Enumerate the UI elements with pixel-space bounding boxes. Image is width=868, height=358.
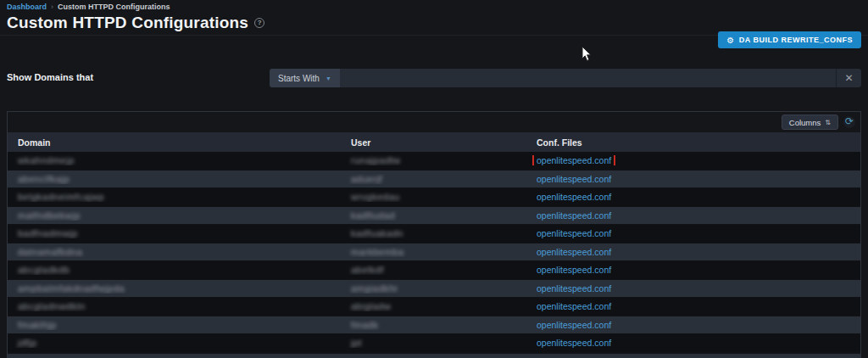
conf-file-link[interactable]: openlitespeed.conf: [537, 174, 611, 184]
user-cell: abigladw: [341, 301, 526, 311]
user-cell-text: aduerjf: [351, 174, 382, 184]
table-panel: Columns ⇅ ⟳ Domain User Conf. Files wkah…: [7, 111, 861, 358]
domain-cell: abcgladkdb: [8, 265, 341, 275]
conf-file-link[interactable]: openlitespeed.conf: [537, 155, 611, 165]
table-toolbar: Columns ⇅ ⟳: [8, 112, 860, 132]
chevron-down-icon: ▼: [326, 76, 331, 81]
page-title: Custom HTTPD Configurations: [7, 14, 248, 32]
conf-files-cell: openlitespeed.conf: [526, 210, 860, 221]
table-body: wkahndmejp runajpadtw openlitespeed.conf…: [8, 152, 860, 353]
conf-file-link[interactable]: openlitespeed.conf: [537, 283, 611, 294]
conf-files-cell: openlitespeed.conf: [526, 192, 860, 202]
table-row: matfndbekwjp kadfiudad openlitespeed.con…: [8, 207, 860, 226]
conf-files-cell: openlitespeed.conf: [526, 265, 860, 275]
user-cell: kadfuakadn: [341, 228, 526, 238]
domain-cell: belgkadneimfcajwp: [8, 192, 341, 202]
conf-file-link[interactable]: openlitespeed.conf: [537, 338, 611, 348]
domain-cell: ampbalmfakdnadfwjpda: [8, 283, 341, 294]
user-cell-text: kadfiudad: [351, 210, 395, 221]
column-header-domain[interactable]: Domain: [8, 137, 341, 148]
domain-cell-text: abcgladkdb: [18, 265, 70, 275]
column-header-conf-files[interactable]: Conf. Files: [526, 137, 860, 148]
user-cell: fmadk: [341, 320, 526, 330]
conf-file-link[interactable]: openlitespeed.conf: [537, 301, 611, 311]
domain-cell: fmakthjp: [8, 320, 341, 330]
user-cell-text: wrvgkedau: [351, 192, 400, 202]
table-row-partial: [8, 353, 860, 358]
chevron-updown-icon: ⇅: [825, 119, 831, 126]
conf-files-cell: openlitespeed.conf: [526, 174, 860, 184]
domain-cell: jdfjp: [8, 338, 341, 348]
match-type-dropdown[interactable]: Starts With ▼: [270, 69, 340, 87]
table-row: jdfjp jpt openlitespeed.conf: [8, 334, 860, 353]
match-type-value: Starts With: [278, 74, 320, 83]
conf-files-cell: openlitespeed.conf: [526, 301, 860, 311]
columns-button[interactable]: Columns ⇅: [782, 115, 838, 130]
column-header-user[interactable]: User: [341, 137, 526, 148]
conf-files-cell: openlitespeed.conf: [526, 338, 860, 348]
da-build-rewrite-confs-button[interactable]: ⚙ DA BUILD REWRITE_CONFS: [718, 31, 861, 48]
user-cell: runajpadtw: [341, 155, 526, 165]
domain-cell-text: ampbalmfakdnadfwjpda: [18, 283, 125, 294]
user-cell: kadfiudad: [341, 210, 526, 221]
clear-filter-button[interactable]: ✕: [836, 69, 861, 87]
table-row: abcgladkdb abelkdf openlitespeed.conf: [8, 261, 860, 280]
domain-cell-text: jdfjp: [18, 338, 37, 348]
user-cell-text: kadfuakadn: [351, 228, 403, 238]
filter-group: Starts With ▼ ✕: [270, 69, 861, 87]
table-row: ampbalmfakdnadfwjpda amgiadkfe openlites…: [8, 280, 860, 299]
conf-file-link[interactable]: openlitespeed.conf: [537, 265, 611, 275]
close-icon: ✕: [844, 72, 853, 84]
conf-files-cell: openlitespeed.conf: [526, 320, 860, 330]
title-row: Custom HTTPD Configurations ?: [7, 14, 264, 32]
domain-cell: abcgladnwdktn: [8, 301, 341, 311]
table-row: badfnadmwjp kadfuakadn openlitespeed.con…: [8, 225, 860, 243]
table-row: abenclfkajp aduerjf openlitespeed.conf: [8, 171, 860, 189]
conf-files-cell: openlitespeed.conf: [526, 247, 860, 257]
domain-cell: badfnadmwjp: [8, 228, 341, 238]
user-cell-text: amgiadkfe: [351, 283, 398, 294]
table-row: abcgladnwdktn abigladw openlitespeed.con…: [8, 298, 860, 316]
page: Dashboard › Custom HTTPD Configurations …: [0, 0, 868, 358]
user-cell-text: jpt: [351, 338, 362, 348]
help-icon[interactable]: ?: [254, 18, 264, 28]
domain-cell-text: matfndbekwjp: [18, 210, 81, 221]
table-header-row: Domain User Conf. Files: [8, 132, 860, 152]
columns-button-label: Columns: [789, 118, 821, 127]
domain-filter-input[interactable]: [340, 69, 836, 87]
domain-cell-text: datnamafbdna: [18, 247, 82, 257]
user-cell: markbemba: [341, 247, 526, 257]
user-cell: amgiadkfe: [341, 283, 526, 294]
breadcrumb-current: Custom HTTPD Configurations: [58, 3, 170, 11]
user-cell-text: fmadk: [351, 320, 378, 330]
conf-files-cell: openlitespeed.conf: [526, 283, 860, 294]
conf-files-cell: openlitespeed.conf: [526, 155, 860, 165]
domain-cell: matfndbekwjp: [8, 210, 341, 221]
conf-files-cell: openlitespeed.conf: [526, 228, 860, 238]
user-cell: aduerjf: [341, 174, 526, 184]
conf-file-link[interactable]: openlitespeed.conf: [537, 192, 611, 202]
domain-cell: datnamafbdna: [8, 247, 341, 257]
breadcrumb: Dashboard › Custom HTTPD Configurations: [7, 3, 170, 11]
domain-cell-text: badfnadmwjp: [18, 228, 78, 238]
filter-label: Show Domains that: [7, 72, 93, 82]
domain-cell-text: abenclfkajp: [18, 174, 70, 184]
user-cell: abelkdf: [341, 265, 526, 275]
action-button-label: DA BUILD REWRITE_CONFS: [739, 36, 853, 44]
refresh-icon[interactable]: ⟳: [843, 116, 855, 128]
table-row: fmakthjp fmadk openlitespeed.conf: [8, 316, 860, 335]
domain-cell: wkahndmejp: [8, 155, 341, 165]
conf-file-link[interactable]: openlitespeed.conf: [537, 228, 611, 238]
conf-file-link[interactable]: openlitespeed.conf: [537, 247, 611, 257]
table-row: datnamafbdna markbemba openlitespeed.con…: [8, 243, 860, 262]
breadcrumb-dashboard-link[interactable]: Dashboard: [7, 3, 47, 11]
user-cell: jpt: [341, 338, 526, 348]
conf-file-link[interactable]: openlitespeed.conf: [537, 210, 611, 221]
domain-cell-text: abcgladnwdktn: [18, 301, 86, 311]
domain-cell-text: belgkadneimfcajwp: [18, 192, 104, 202]
table-row: wkahndmejp runajpadtw openlitespeed.conf: [8, 152, 860, 171]
table-row: belgkadneimfcajwp wrvgkedau openlitespee…: [8, 188, 860, 207]
domain-cell-text: wkahndmejp: [18, 155, 75, 165]
conf-file-link[interactable]: openlitespeed.conf: [537, 320, 611, 330]
user-cell-text: abelkdf: [351, 265, 384, 275]
